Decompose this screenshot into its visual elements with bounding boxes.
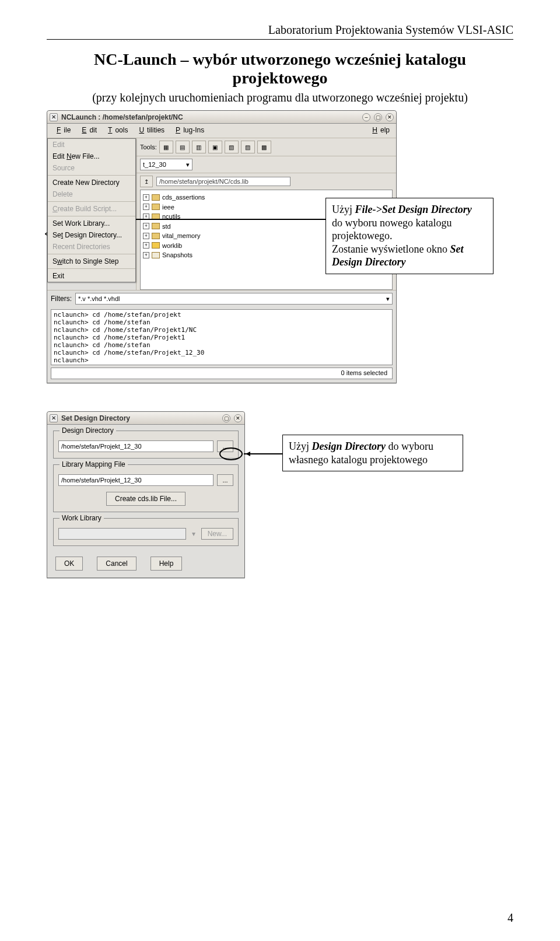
file-menu-source: Source [48,162,135,174]
arrow-2 [244,453,282,454]
window-menu-icon[interactable]: ✕ [50,113,58,121]
page-subtitle: (przy kolejnych uruchomieniach programu … [47,91,513,104]
tool-btn-1[interactable]: ▦ [159,141,173,153]
tool-btn-2[interactable]: ▤ [176,141,190,153]
design-directory-input[interactable]: /home/stefan/Projekt_12_30 [58,440,214,452]
create-cdslib-button[interactable]: Create cds.lib File... [106,492,186,506]
lib-path: /home/stefan/projekt/NC/cds.lib [156,177,290,186]
set-design-directory-dialog: ✕ Set Design Directory ▢ ✕ Design Direct… [47,411,245,578]
file-menu-exit[interactable]: Exit [48,270,135,282]
menu-tools[interactable]: Tools [102,125,131,135]
page-title: NC-Launch – wybór utworzonego wcześniej … [47,50,513,88]
file-menu-switch[interactable]: Switch to Single Step [48,256,135,267]
file-menu-edit: Edit [48,139,135,151]
arrow-1 [125,219,326,220]
library-mapping-group: Library Mapping File /home/stefan/Projek… [53,464,239,512]
design-directory-group: Design Directory /home/stefan/Projekt_12… [53,431,239,459]
library-mapping-input[interactable]: /home/stefan/Projekt_12_30 [58,474,214,486]
page-header: Laboratorium Projektowania Systemów VLSI… [47,23,513,37]
sdd-close-icon[interactable]: ✕ [234,414,242,422]
design-directory-legend: Design Directory [60,426,116,435]
work-library-group: Work Library ▾ New... [53,518,239,546]
tool-btn-3[interactable]: ▥ [192,141,206,153]
tools-label: Tools: [140,144,157,151]
menu-utilities[interactable]: Utilities [133,125,167,135]
library-mapping-browse[interactable]: ... [217,474,233,486]
menu-file[interactable]: File [51,125,74,135]
nclaunch-title: NCLaunch : /home/stefan/projekt/NC [61,113,183,121]
status-bar: 0 items selected [51,368,393,379]
cancel-button[interactable]: Cancel [97,557,136,571]
work-library-new-button[interactable]: New... [201,528,233,540]
sdd-maximize-icon[interactable]: ▢ [222,414,230,422]
file-menu-edit-new[interactable]: Edit New File... [48,151,135,162]
file-menu-recent: Recent Directories [48,241,135,253]
design-directory-browse[interactable]: ... [217,440,233,452]
tool-btn-6[interactable]: ▨ [241,141,255,153]
menu-plugins[interactable]: Plug-Ins [170,125,207,135]
library-mapping-legend: Library Mapping File [60,460,128,468]
up-dir-icon[interactable]: ↥ [140,176,153,187]
callout-1: Użyj File->Set Design Directory do wybor… [326,198,494,274]
file-menu-set-design[interactable]: Set Design Directory... [48,229,135,241]
file-menu-dropdown: Edit Edit New File... Source Create New … [47,138,136,282]
menu-edit[interactable]: Edit [76,125,100,135]
menu-help[interactable]: Help [366,125,393,135]
file-menu-set-work[interactable]: Set Work Library... [48,218,135,229]
minimize-icon[interactable]: – [362,113,370,121]
file-menu-build-script: Create Build Script... [48,203,135,215]
ok-button[interactable]: OK [55,557,83,571]
filters-label: Filters: [51,295,72,303]
console-log: nclaunch> cd /home/stefan/projekt nclaun… [51,309,393,365]
menubar: File Edit Tools Utilities Plug-Ins Help [47,124,396,138]
work-library-input[interactable] [58,528,186,540]
tool-btn-4[interactable]: ▣ [208,141,222,153]
page-number: 4 [508,911,513,925]
work-library-dropdown-icon[interactable]: ▾ [190,530,198,538]
help-button[interactable]: Help [150,557,183,571]
sdd-window-menu-icon[interactable]: ✕ [50,414,58,422]
sdd-title: Set Design Directory [61,414,130,422]
tool-btn-7[interactable]: ▩ [257,141,271,153]
design-select[interactable]: t_12_30▾ [140,159,192,170]
maximize-icon[interactable]: ▢ [374,113,382,121]
filters-select[interactable]: *.v *.vhd *.vhdl▾ [75,293,393,305]
tool-btn-5[interactable]: ▧ [225,141,239,153]
close-icon[interactable]: ✕ [386,113,394,121]
file-menu-create-dir[interactable]: Create New Directory [48,177,135,188]
header-rule [47,39,513,40]
callout-2: Użyj Design Directory do wyboru własnego… [282,435,463,471]
work-library-legend: Work Library [60,514,104,522]
file-menu-delete: Delete [48,188,135,200]
